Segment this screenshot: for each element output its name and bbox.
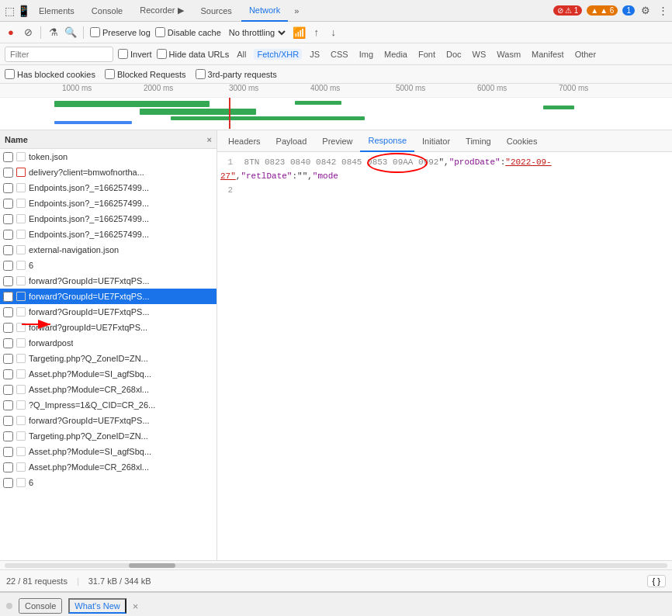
name-item-checkbox[interactable] (3, 416, 13, 426)
preserve-log-checkbox[interactable] (90, 27, 100, 37)
name-item-checkbox[interactable] (3, 214, 13, 224)
name-list-item[interactable]: Asset.php?Module=SI_agfSbq... (0, 366, 216, 382)
whats-new-close-button[interactable]: × (133, 600, 139, 612)
preserve-log-label[interactable]: Preserve log (90, 27, 151, 37)
filter-other[interactable]: Other (572, 49, 600, 60)
filter-ws[interactable]: WS (469, 49, 490, 60)
name-list-item[interactable]: forward?GroupId=UE7FxtqPS... (0, 289, 216, 304)
name-item-checkbox[interactable] (3, 183, 13, 193)
name-item-checkbox[interactable] (3, 261, 13, 271)
name-item-checkbox[interactable] (3, 369, 13, 379)
name-list-item[interactable]: 6 (0, 258, 216, 273)
name-list-item[interactable]: Asset.php?Module=CR_268xl... (0, 459, 216, 475)
filter-font[interactable]: Font (415, 49, 438, 60)
third-party-checkbox[interactable] (196, 69, 206, 79)
filter-icon[interactable]: ⚗ (47, 26, 60, 39)
search-icon[interactable]: 🔍 (64, 26, 77, 39)
name-item-checkbox[interactable] (3, 354, 13, 364)
import-icon[interactable]: ↑ (310, 26, 323, 39)
disable-cache-label[interactable]: Disable cache (155, 27, 221, 37)
name-list-item[interactable]: token.json (0, 149, 216, 164)
third-party-label[interactable]: 3rd-party requests (196, 69, 277, 79)
name-list-item[interactable]: Endpoints.json?_=166257499... (0, 196, 216, 211)
name-item-checkbox[interactable] (3, 276, 13, 286)
tab-payload[interactable]: Payload (268, 130, 315, 152)
name-list-item[interactable]: forwardpost (0, 335, 216, 351)
name-item-checkbox[interactable] (3, 447, 13, 457)
name-list-item[interactable]: Endpoints.json?_=166257499... (0, 180, 216, 196)
name-item-checkbox[interactable] (3, 462, 13, 472)
name-list-item[interactable]: Targeting.php?Q_ZoneID=ZN... (0, 351, 216, 366)
horizontal-scrollbar[interactable] (0, 560, 672, 569)
tab-more-icon[interactable]: » (289, 3, 303, 19)
tab-response[interactable]: Response (360, 130, 414, 152)
name-item-checkbox[interactable] (3, 400, 13, 410)
filter-fetch-xhr[interactable]: Fetch/XHR (254, 49, 302, 60)
whats-new-tab-button[interactable]: What's New (68, 598, 126, 614)
filter-js[interactable]: JS (307, 49, 323, 60)
disable-cache-checkbox[interactable] (155, 27, 165, 37)
name-item-checkbox[interactable] (3, 199, 13, 209)
name-list-item[interactable]: Asset.php?Module=SI_agfSbq... (0, 444, 216, 459)
filter-wasm[interactable]: Wasm (494, 49, 524, 60)
close-detail-button[interactable]: × (207, 135, 212, 144)
filter-doc[interactable]: Doc (443, 49, 465, 60)
filter-img[interactable]: Img (356, 49, 376, 60)
name-list-item[interactable]: 6 (0, 475, 216, 490)
name-item-checkbox[interactable] (3, 323, 13, 333)
inspect-icon[interactable]: ⬚ (3, 5, 16, 17)
more-options-icon[interactable]: ⋮ (656, 5, 669, 17)
name-list-item[interactable]: Endpoints.json?_=166257499... (0, 211, 216, 227)
has-blocked-cookies-label[interactable]: Has blocked cookies (5, 69, 95, 79)
record-button[interactable]: ● (5, 26, 17, 39)
name-list-item[interactable]: forward?GroupId=UE7FxtqPS... (0, 413, 216, 428)
json-format-button[interactable]: { } (647, 575, 666, 587)
blocked-requests-label[interactable]: Blocked Requests (105, 69, 186, 79)
hide-data-urls-checkbox[interactable] (157, 49, 167, 59)
tab-timing[interactable]: Timing (458, 130, 499, 152)
clear-button[interactable]: ⊘ (22, 26, 34, 39)
name-item-checkbox[interactable] (3, 152, 13, 162)
filter-all[interactable]: All (234, 49, 249, 60)
filter-manifest[interactable]: Manifest (528, 49, 567, 60)
tab-elements[interactable]: Elements (31, 0, 82, 22)
name-list-item[interactable]: Endpoints.json?_=166257499... (0, 227, 216, 242)
h-scroll-thumb[interactable] (129, 563, 175, 568)
name-item-checkbox[interactable] (3, 338, 13, 348)
name-item-checkbox[interactable] (3, 230, 13, 240)
tab-initiator[interactable]: Initiator (414, 130, 458, 152)
throttling-select[interactable]: No throttling (226, 27, 288, 38)
name-item-checkbox[interactable] (3, 307, 13, 317)
name-list[interactable]: token.jsondelivery?client=bmwofnortha...… (0, 149, 216, 560)
tab-headers[interactable]: Headers (220, 130, 268, 152)
hide-data-urls-label[interactable]: Hide data URLs (157, 49, 230, 59)
name-list-item[interactable]: forward?groupId=UE7FxtqPS... (0, 320, 216, 335)
blocked-requests-checkbox[interactable] (105, 69, 115, 79)
name-item-checkbox[interactable] (3, 431, 13, 441)
name-item-checkbox[interactable] (3, 245, 13, 255)
tab-sources[interactable]: Sources (193, 0, 240, 22)
name-list-item[interactable]: Targeting.php?Q_ZoneID=ZN... (0, 428, 216, 444)
filter-media[interactable]: Media (381, 49, 410, 60)
invert-label[interactable]: Invert (118, 49, 152, 59)
settings-icon[interactable]: ⚙ (639, 5, 652, 17)
tab-network[interactable]: Network (241, 0, 288, 22)
name-list-item[interactable]: external-navigation.json (0, 242, 216, 258)
name-list-item[interactable]: ?Q_Impress=1&Q_CID=CR_26... (0, 397, 216, 413)
has-blocked-cookies-checkbox[interactable] (5, 69, 15, 79)
name-item-checkbox[interactable] (3, 168, 13, 178)
name-list-item[interactable]: forward?GroupId=UE7FxtqPS... (0, 304, 216, 320)
name-list-item[interactable]: forward?GroupId=UE7FxtqPS... (0, 273, 216, 289)
tab-console[interactable]: Console (84, 0, 130, 22)
device-icon[interactable]: 📱 (17, 5, 29, 17)
tab-cookies[interactable]: Cookies (499, 130, 546, 152)
name-list-item[interactable]: delivery?client=bmwofnortha... (0, 164, 216, 180)
name-item-checkbox[interactable] (3, 292, 13, 302)
invert-checkbox[interactable] (118, 49, 128, 59)
name-item-checkbox[interactable] (3, 385, 13, 395)
name-item-checkbox[interactable] (3, 478, 13, 488)
export-icon[interactable]: ↓ (327, 26, 340, 39)
name-list-item[interactable]: Asset.php?Module=CR_268xl... (0, 382, 216, 397)
filter-css[interactable]: CSS (327, 49, 352, 60)
tab-preview[interactable]: Preview (314, 130, 360, 152)
